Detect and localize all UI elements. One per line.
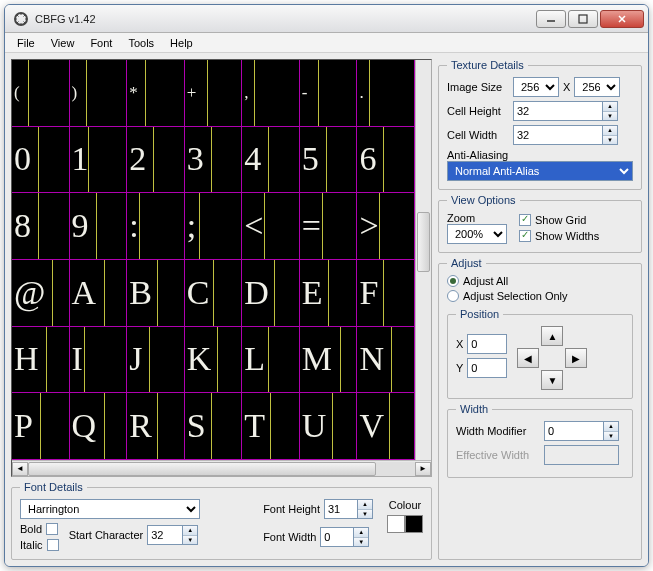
show-widths-label: Show Widths — [535, 230, 599, 242]
view-options-group: View Options Zoom 200% ✓ Show Grid ✓ Sho… — [438, 194, 642, 253]
adjust-legend: Adjust — [447, 257, 486, 269]
pos-y-input[interactable] — [467, 358, 507, 378]
menu-tools[interactable]: Tools — [120, 35, 162, 51]
arrow-right-button[interactable]: ▶ — [565, 348, 587, 368]
glyph-preview[interactable]: ()*+,-.012345689:;<=>@ABCDEFHIJKLMNPQRST… — [12, 60, 415, 460]
glyph-cell[interactable]: + — [185, 60, 243, 127]
font-width-spinner[interactable]: ▲▼ — [354, 527, 369, 547]
glyph-cell[interactable]: T — [242, 393, 300, 460]
maximize-button[interactable] — [568, 10, 598, 28]
start-char-input[interactable] — [147, 525, 183, 545]
image-size-label: Image Size — [447, 81, 509, 93]
glyph-cell[interactable]: : — [127, 193, 185, 260]
menu-view[interactable]: View — [43, 35, 83, 51]
font-details-group: Font Details Harrington Bold Italic Star… — [11, 481, 432, 560]
pos-y-label: Y — [456, 362, 463, 374]
glyph-cell[interactable]: E — [300, 260, 358, 327]
glyph-cell[interactable]: C — [185, 260, 243, 327]
arrow-left-button[interactable]: ◀ — [517, 348, 539, 368]
glyph-cell[interactable]: 1 — [70, 127, 128, 194]
glyph-cell[interactable]: ; — [185, 193, 243, 260]
glyph-cell[interactable]: M — [300, 327, 358, 394]
pos-x-input[interactable] — [467, 334, 507, 354]
width-modifier-spinner[interactable]: ▲▼ — [604, 421, 619, 441]
anti-aliasing-label: Anti-Aliasing — [447, 149, 508, 161]
glyph-cell[interactable]: D — [242, 260, 300, 327]
italic-checkbox[interactable] — [47, 539, 59, 551]
image-height-select[interactable]: 256 — [574, 77, 620, 97]
view-options-legend: View Options — [447, 194, 520, 206]
glyph-cell[interactable]: A — [70, 260, 128, 327]
glyph-cell[interactable]: * — [127, 60, 185, 127]
glyph-cell[interactable]: = — [300, 193, 358, 260]
font-width-input[interactable] — [320, 527, 354, 547]
glyph-cell[interactable]: F — [357, 260, 415, 327]
glyph-cell[interactable]: ) — [70, 60, 128, 127]
svg-rect-2 — [579, 15, 587, 23]
glyph-cell[interactable]: . — [357, 60, 415, 127]
width-modifier-label: Width Modifier — [456, 425, 540, 437]
width-modifier-input[interactable] — [544, 421, 604, 441]
show-grid-checkbox[interactable]: ✓ — [519, 214, 531, 226]
glyph-cell[interactable]: K — [185, 327, 243, 394]
arrow-down-button[interactable]: ▼ — [541, 370, 563, 390]
glyph-cell[interactable]: > — [357, 193, 415, 260]
close-button[interactable] — [600, 10, 644, 28]
font-name-select[interactable]: Harrington — [20, 499, 200, 519]
arrow-up-button[interactable]: ▲ — [541, 326, 563, 346]
pos-x-label: X — [456, 338, 463, 350]
menu-font[interactable]: Font — [82, 35, 120, 51]
zoom-select[interactable]: 200% — [447, 224, 507, 244]
glyph-cell[interactable]: Q — [70, 393, 128, 460]
show-widths-checkbox[interactable]: ✓ — [519, 230, 531, 242]
start-char-spinner[interactable]: ▲▼ — [183, 525, 198, 545]
glyph-cell[interactable]: 6 — [357, 127, 415, 194]
glyph-cell[interactable]: ( — [12, 60, 70, 127]
glyph-cell[interactable]: N — [357, 327, 415, 394]
glyph-preview-wrap: ()*+,-.012345689:;<=>@ABCDEFHIJKLMNPQRST… — [11, 59, 432, 477]
anti-aliasing-select[interactable]: Normal Anti-Alias — [447, 161, 633, 181]
menu-file[interactable]: File — [9, 35, 43, 51]
cell-width-input[interactable] — [513, 125, 603, 145]
cell-width-spinner[interactable]: ▲▼ — [603, 125, 618, 145]
glyph-cell[interactable]: < — [242, 193, 300, 260]
glyph-cell[interactable]: 8 — [12, 193, 70, 260]
glyph-cell[interactable]: I — [70, 327, 128, 394]
glyph-cell[interactable]: 2 — [127, 127, 185, 194]
glyph-cell[interactable]: J — [127, 327, 185, 394]
glyph-cell[interactable]: @ — [12, 260, 70, 327]
glyph-cell[interactable]: - — [300, 60, 358, 127]
position-group: Position X Y ▲ ◀▶ ▼ — [447, 308, 633, 399]
zoom-label: Zoom — [447, 212, 507, 224]
glyph-cell[interactable]: U — [300, 393, 358, 460]
italic-label: Italic — [20, 539, 43, 551]
menu-help[interactable]: Help — [162, 35, 201, 51]
cell-height-input[interactable] — [513, 101, 603, 121]
glyph-cell[interactable]: 3 — [185, 127, 243, 194]
glyph-cell[interactable]: P — [12, 393, 70, 460]
glyph-cell[interactable]: L — [242, 327, 300, 394]
fg-colour-swatch[interactable] — [387, 515, 405, 533]
glyph-cell[interactable]: , — [242, 60, 300, 127]
glyph-cell[interactable]: R — [127, 393, 185, 460]
bg-colour-swatch[interactable] — [405, 515, 423, 533]
glyph-cell[interactable]: 9 — [70, 193, 128, 260]
glyph-cell[interactable]: S — [185, 393, 243, 460]
titlebar[interactable]: CBFG v1.42 — [5, 5, 648, 33]
minimize-button[interactable] — [536, 10, 566, 28]
bold-checkbox[interactable] — [46, 523, 58, 535]
glyph-cell[interactable]: 4 — [242, 127, 300, 194]
adjust-all-radio[interactable] — [447, 275, 459, 287]
image-width-select[interactable]: 256 — [513, 77, 559, 97]
cell-height-spinner[interactable]: ▲▼ — [603, 101, 618, 121]
font-height-spinner[interactable]: ▲▼ — [358, 499, 373, 519]
glyph-cell[interactable]: V — [357, 393, 415, 460]
glyph-cell[interactable]: 5 — [300, 127, 358, 194]
adjust-selection-radio[interactable] — [447, 290, 459, 302]
glyph-cell[interactable]: B — [127, 260, 185, 327]
font-height-input[interactable] — [324, 499, 358, 519]
glyph-cell[interactable]: 0 — [12, 127, 70, 194]
preview-hscrollbar[interactable]: ◄► — [12, 460, 431, 476]
glyph-cell[interactable]: H — [12, 327, 70, 394]
preview-vscrollbar[interactable] — [415, 60, 431, 460]
